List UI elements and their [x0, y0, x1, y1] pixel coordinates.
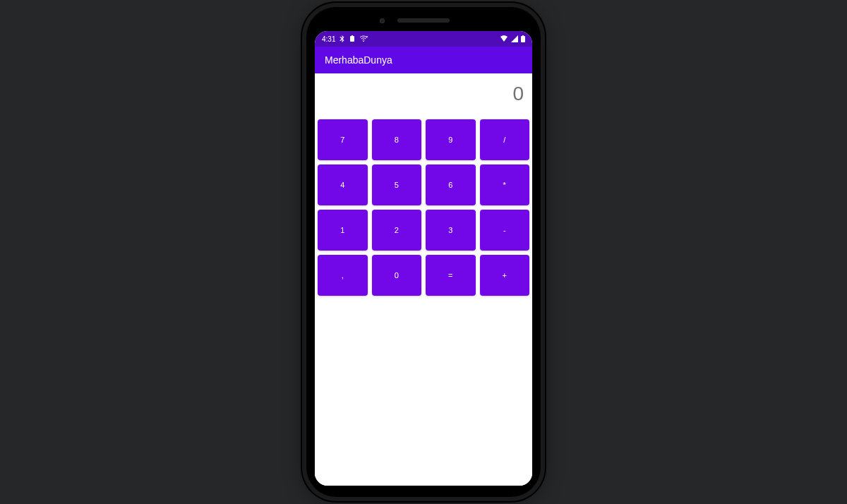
wifi-disabled-icon [359, 35, 368, 42]
status-bar: 4:31 [315, 31, 532, 47]
key-0[interactable]: 0 [372, 255, 422, 296]
keypad-row: 1 2 3 - [315, 208, 532, 253]
key-5[interactable]: 5 [372, 164, 422, 205]
key-9[interactable]: 9 [426, 119, 476, 160]
key-4[interactable]: 4 [318, 164, 368, 205]
app-title: MerhabaDunya [325, 54, 392, 66]
key-6[interactable]: 6 [426, 164, 476, 205]
phone-screen: 4:31 [315, 31, 532, 486]
keypad: 7 8 9 / 4 5 6 * 1 2 3 - , [315, 114, 532, 301]
battery-icon [521, 35, 525, 42]
key-3[interactable]: 3 [426, 210, 476, 251]
key-1[interactable]: 1 [318, 210, 368, 251]
wifi-icon [500, 35, 508, 42]
bluetooth-icon [340, 35, 345, 42]
battery-saver-icon [349, 35, 355, 42]
key-divide[interactable]: / [480, 119, 530, 160]
keypad-row: , 0 = + [315, 253, 532, 298]
phone-frame: 4:31 [306, 7, 541, 497]
keypad-row: 4 5 6 * [315, 162, 532, 208]
key-equals[interactable]: = [426, 255, 476, 296]
home-indicator[interactable] [390, 480, 457, 482]
signal-icon [511, 35, 518, 42]
app-content: 0 7 8 9 / 4 5 6 * 1 2 3 [315, 73, 532, 486]
key-multiply[interactable]: * [480, 164, 530, 205]
status-time: 4:31 [322, 35, 335, 43]
display-value: 0 [512, 83, 524, 105]
svg-rect-1 [352, 35, 353, 37]
calculator-display: 0 [315, 73, 532, 114]
svg-rect-5 [522, 35, 524, 36]
key-7[interactable]: 7 [318, 119, 368, 160]
svg-rect-4 [521, 36, 525, 42]
keypad-row: 7 8 9 / [315, 117, 532, 162]
key-comma[interactable]: , [318, 255, 368, 296]
key-8[interactable]: 8 [372, 119, 422, 160]
app-bar: MerhabaDunya [315, 47, 532, 73]
key-plus[interactable]: + [480, 255, 530, 296]
key-minus[interactable]: - [480, 210, 530, 251]
key-2[interactable]: 2 [372, 210, 422, 251]
svg-rect-0 [350, 36, 354, 42]
